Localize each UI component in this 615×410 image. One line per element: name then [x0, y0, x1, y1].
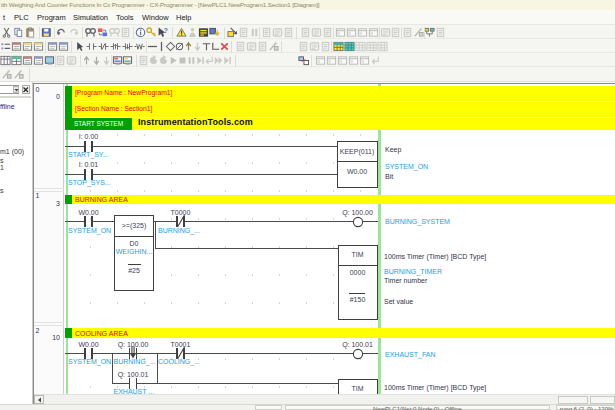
svg-text:?: ?	[163, 26, 168, 35]
